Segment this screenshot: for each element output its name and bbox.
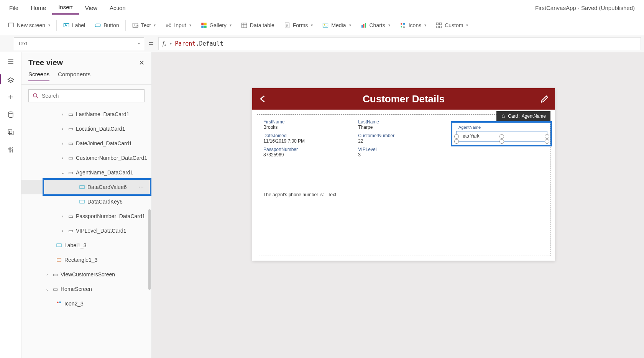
icons-dropdown[interactable]: Icons▾ (395, 20, 431, 31)
equals-sign: = (149, 39, 154, 49)
custom-icon (435, 22, 442, 29)
close-icon[interactable]: ✕ (139, 59, 145, 67)
forms-icon (284, 22, 291, 29)
svg-rect-16 (363, 24, 364, 28)
hamburger-icon[interactable] (7, 57, 15, 66)
data-icon[interactable] (7, 110, 15, 119)
tree-view-title: Tree view (28, 58, 63, 67)
tree-node-rectangle13[interactable]: Rectangle1_3 (21, 253, 151, 267)
screen-header: Customer Details (252, 88, 555, 110)
tree-node-lastname[interactable]: ›▭LastName_DataCard1 (21, 107, 151, 122)
svg-point-36 (57, 302, 59, 303)
tree-list[interactable]: ›▭LastName_DataCard1 ›▭Location_DataCard… (21, 107, 151, 358)
label-button[interactable]: Label (58, 20, 90, 31)
svg-point-25 (8, 112, 13, 114)
svg-rect-22 (440, 23, 442, 25)
menu-action[interactable]: Action (104, 2, 132, 14)
tree-node-viewcustomers[interactable]: ›▭ViewCustomersScreen (21, 267, 151, 282)
svg-rect-0 (8, 23, 14, 27)
card-badge[interactable]: Card : AgentName (496, 111, 550, 121)
svg-rect-11 (242, 23, 247, 28)
new-screen-button[interactable]: New screen▾ (3, 20, 55, 31)
forms-dropdown[interactable]: Forms▾ (279, 20, 318, 31)
text-icon: Abc (132, 22, 139, 29)
tree-view-icon[interactable] (7, 75, 15, 84)
datacard-icon: ▭ (67, 213, 74, 219)
menu-home[interactable]: Home (25, 2, 52, 14)
text-dropdown[interactable]: Abc Text▾ (127, 20, 161, 31)
tree-node-label13[interactable]: Label1_3 (21, 238, 151, 253)
svg-rect-38 (502, 116, 504, 118)
canvas-device[interactable]: Customer Details FirstName Brooks DateJo… (252, 88, 555, 261)
input-dropdown[interactable]: Input▾ (160, 20, 196, 31)
field-value: eto Yark (463, 133, 480, 139)
svg-rect-15 (361, 25, 363, 28)
custom-dropdown[interactable]: Custom▾ (431, 20, 473, 31)
formula-bar: Text ▾ = fx ▾ Parent.Default (0, 35, 644, 52)
search-input[interactable] (28, 89, 145, 102)
resize-handle[interactable] (545, 134, 549, 139)
svg-rect-9 (201, 25, 204, 28)
tab-components[interactable]: Components (58, 71, 90, 81)
chevron-down-icon: ▾ (138, 41, 140, 46)
charts-dropdown[interactable]: Charts▾ (356, 20, 395, 31)
tree-node-passport[interactable]: ›▭PassportNumber_DataCard1 (21, 209, 151, 223)
media-rail-icon[interactable] (7, 128, 15, 136)
svg-point-20 (403, 26, 405, 28)
edit-icon[interactable] (540, 94, 550, 104)
button-button[interactable]: Button (90, 20, 123, 31)
svg-rect-2 (95, 24, 100, 27)
resize-handle[interactable] (454, 139, 459, 144)
tree-node-datacardvalue6[interactable]: DataCardValue6 ⋯ (21, 180, 151, 194)
resize-handle[interactable] (545, 139, 549, 144)
tree-node-custnum[interactable]: ›▭CustomerNumber_DataCard1 (21, 151, 151, 165)
resize-handle[interactable] (454, 134, 459, 139)
field-label: VIPLevel (358, 147, 449, 152)
lock-icon (501, 114, 506, 118)
tree-node-viplevel[interactable]: ›▭VIPLevel_DataCard1 (21, 223, 151, 238)
canvas-area[interactable]: Customer Details FirstName Brooks DateJo… (152, 52, 644, 358)
resize-handle[interactable] (499, 134, 504, 139)
tab-screens[interactable]: Screens (28, 71, 49, 81)
media-dropdown[interactable]: Media▾ (317, 20, 355, 31)
datacard-icon: ▭ (67, 169, 74, 176)
menu-bar: File Home Insert View Action FirstCanvas… (0, 0, 644, 15)
svg-rect-21 (436, 23, 438, 25)
more-icon[interactable]: ⋯ (138, 184, 145, 190)
formula-input[interactable]: fx ▾ Parent.Default (158, 37, 641, 50)
tree-view-panel: Tree view ✕ Screens Components ›▭LastNam… (21, 52, 152, 358)
back-icon[interactable] (258, 94, 268, 104)
svg-rect-23 (436, 26, 438, 28)
tree-node-location[interactable]: ›▭Location_DataCard1 (21, 122, 151, 136)
tree-node-agentname[interactable]: ⌄▭AgentName_DataCard1 (21, 165, 151, 180)
menu-file[interactable]: File (3, 2, 25, 14)
scrollbar-thumb[interactable] (148, 209, 151, 290)
left-rail (0, 52, 21, 358)
property-selector[interactable]: Text ▾ (14, 37, 144, 50)
selection-card-agentname[interactable]: AgentName eto Yark (451, 121, 552, 146)
gallery-dropdown[interactable]: Gallery▾ (196, 20, 236, 31)
svg-point-29 (10, 150, 11, 151)
field-label: AgentName (458, 125, 481, 130)
datacard-icon: ▭ (67, 111, 74, 117)
label-icon (79, 199, 85, 205)
resize-handle[interactable] (499, 139, 504, 144)
field-label: PassportNumber (263, 147, 354, 152)
label-icon (79, 184, 85, 190)
svg-rect-10 (204, 25, 206, 28)
svg-rect-35 (57, 258, 61, 261)
tree-node-homescreen[interactable]: ⌄▭HomeScreen (21, 282, 151, 296)
advanced-tools-icon[interactable] (7, 146, 15, 154)
tree-node-datacardkey6[interactable]: DataCardKey6 (21, 194, 151, 209)
field-label: LastName (358, 119, 449, 125)
selected-control[interactable]: eto Yark (456, 131, 547, 142)
svg-rect-24 (440, 26, 442, 28)
field-label: DateJoined (263, 133, 354, 138)
tree-node-icon23[interactable]: Icon2_3 (21, 296, 151, 311)
tree-node-datejoined[interactable]: ›▭DateJoined_DataCard1 (21, 136, 151, 151)
menu-insert[interactable]: Insert (52, 1, 79, 15)
insert-icon[interactable] (7, 93, 15, 101)
chevron-down-icon[interactable]: ▾ (170, 41, 172, 46)
data-table-button[interactable]: Data table (236, 20, 279, 31)
menu-view[interactable]: View (79, 2, 104, 14)
